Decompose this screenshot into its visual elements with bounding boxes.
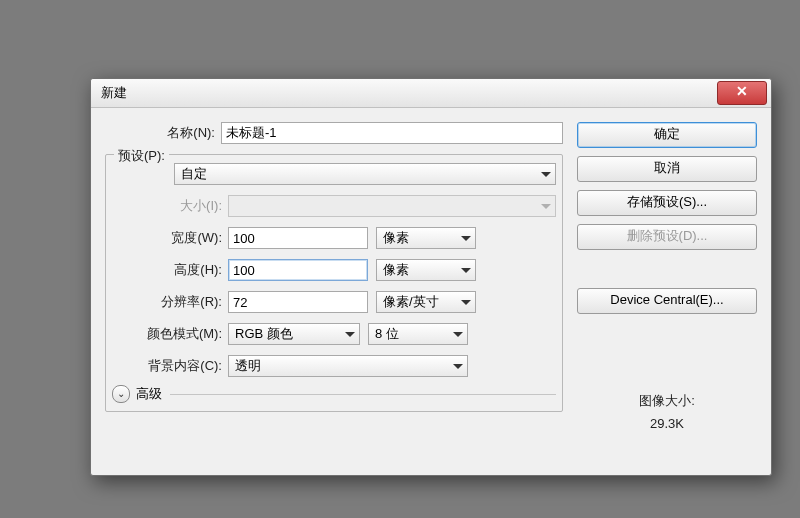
titlebar[interactable]: 新建 ✕ bbox=[91, 79, 771, 108]
colormode-row: 颜色模式(M): RGB 颜色 8 位 bbox=[112, 323, 556, 345]
width-row: 宽度(W): 像素 bbox=[112, 227, 556, 249]
image-size-value: 29.3K bbox=[577, 416, 757, 431]
preset-fieldset: 预设(P): 自定 大小(I): bbox=[105, 154, 563, 412]
height-label: 高度(H): bbox=[112, 261, 228, 279]
width-label: 宽度(W): bbox=[112, 229, 228, 247]
chevron-down-icon bbox=[453, 332, 463, 337]
resolution-unit-value: 像素/英寸 bbox=[383, 293, 439, 311]
background-row: 背景内容(C): 透明 bbox=[112, 355, 556, 377]
background-label: 背景内容(C): bbox=[112, 357, 228, 375]
resolution-input[interactable] bbox=[228, 291, 368, 313]
width-unit-value: 像素 bbox=[383, 229, 409, 247]
name-input[interactable] bbox=[221, 122, 563, 144]
chevron-down-icon bbox=[453, 364, 463, 369]
close-button[interactable]: ✕ bbox=[717, 81, 767, 105]
size-row: 大小(I): bbox=[112, 195, 556, 217]
image-size-label: 图像大小: bbox=[577, 392, 757, 410]
chevron-down-icon bbox=[461, 300, 471, 305]
height-row: 高度(H): 像素 bbox=[112, 259, 556, 281]
preset-select[interactable]: 自定 bbox=[174, 163, 556, 185]
colormode-select[interactable]: RGB 颜色 bbox=[228, 323, 360, 345]
height-unit-value: 像素 bbox=[383, 261, 409, 279]
colormode-value: RGB 颜色 bbox=[235, 325, 293, 343]
advanced-row: ⌄ 高级 bbox=[112, 385, 556, 403]
preset-value: 自定 bbox=[181, 165, 207, 183]
close-icon: ✕ bbox=[736, 83, 748, 99]
cancel-button[interactable]: 取消 bbox=[577, 156, 757, 182]
bitdepth-select[interactable]: 8 位 bbox=[368, 323, 468, 345]
left-column: 名称(N): 预设(P): 自定 大小(I): bbox=[105, 122, 577, 431]
background-select[interactable]: 透明 bbox=[228, 355, 468, 377]
bitdepth-value: 8 位 bbox=[375, 325, 399, 343]
advanced-toggle[interactable]: ⌄ bbox=[112, 385, 130, 403]
right-column: 确定 取消 存储预设(S)... 删除预设(D)... Device Centr… bbox=[577, 122, 757, 431]
image-size-info: 图像大小: 29.3K bbox=[577, 392, 757, 431]
ok-button[interactable]: 确定 bbox=[577, 122, 757, 148]
height-input[interactable] bbox=[228, 259, 368, 281]
save-preset-button[interactable]: 存储预设(S)... bbox=[577, 190, 757, 216]
height-unit-select[interactable]: 像素 bbox=[376, 259, 476, 281]
chevron-down-icon bbox=[345, 332, 355, 337]
advanced-label: 高级 bbox=[136, 385, 162, 403]
chevron-down-icon bbox=[541, 204, 551, 209]
preset-label: 预设(P): bbox=[118, 148, 165, 163]
name-row: 名称(N): bbox=[105, 122, 563, 144]
dialog-title: 新建 bbox=[101, 84, 127, 102]
name-label: 名称(N): bbox=[105, 124, 221, 142]
resolution-unit-select[interactable]: 像素/英寸 bbox=[376, 291, 476, 313]
resolution-row: 分辨率(R): 像素/英寸 bbox=[112, 291, 556, 313]
width-unit-select[interactable]: 像素 bbox=[376, 227, 476, 249]
resolution-label: 分辨率(R): bbox=[112, 293, 228, 311]
chevron-down-icon bbox=[461, 236, 471, 241]
width-input[interactable] bbox=[228, 227, 368, 249]
background-value: 透明 bbox=[235, 357, 261, 375]
device-central-button[interactable]: Device Central(E)... bbox=[577, 288, 757, 314]
chevron-down-icon bbox=[541, 172, 551, 177]
divider bbox=[170, 394, 556, 395]
size-label: 大小(I): bbox=[112, 197, 228, 215]
chevron-down-icon: ⌄ bbox=[117, 389, 125, 399]
new-document-dialog: 新建 ✕ 名称(N): 预设(P): 自定 bbox=[90, 78, 772, 476]
chevron-down-icon bbox=[461, 268, 471, 273]
delete-preset-button: 删除预设(D)... bbox=[577, 224, 757, 250]
dialog-content: 名称(N): 预设(P): 自定 大小(I): bbox=[91, 108, 771, 441]
size-select bbox=[228, 195, 556, 217]
colormode-label: 颜色模式(M): bbox=[112, 325, 228, 343]
